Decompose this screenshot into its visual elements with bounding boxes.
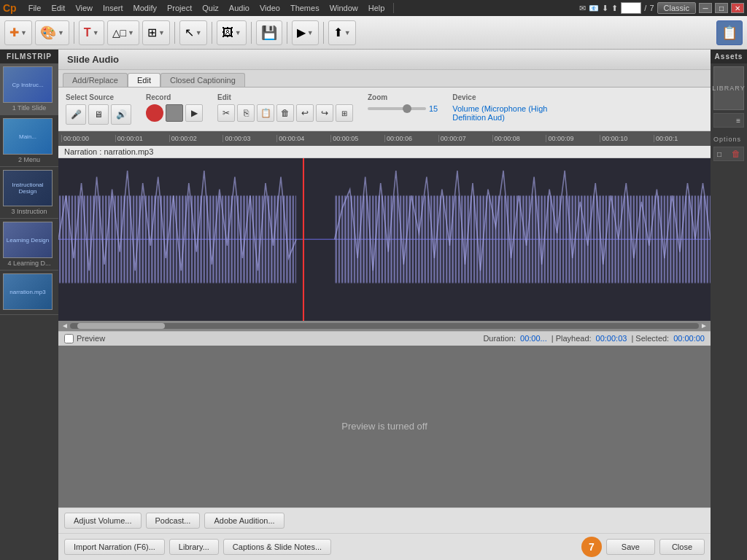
menu-quiz[interactable]: Quiz <box>198 2 223 14</box>
dialog-close-btn[interactable]: Close <box>659 539 705 555</box>
redo-btn[interactable]: ↪ <box>316 104 333 122</box>
options-item-1[interactable]: □ 🗑 <box>713 147 744 161</box>
tick-3: 00:00:03 <box>222 135 276 142</box>
menu-modify[interactable]: Modify <box>129 2 161 14</box>
zoom-track[interactable] <box>368 107 426 110</box>
dialog-save-btn[interactable]: Save <box>606 539 655 555</box>
menu-project[interactable]: Project <box>163 2 196 14</box>
preview-button[interactable]: ▶ ▼ <box>292 20 319 45</box>
page-current-input[interactable]: 1 <box>621 2 641 14</box>
win-close[interactable]: ✕ <box>731 3 744 13</box>
icon-down[interactable]: ⬇ <box>602 4 608 13</box>
scroll-track[interactable] <box>70 323 699 329</box>
tab-add-replace[interactable]: Add/Replace <box>63 73 128 87</box>
microphone-btn[interactable]: 🎤 <box>66 104 86 125</box>
dialog-title: Slide Audio <box>58 50 711 70</box>
image-button[interactable]: 🖼 ▼ <box>217 20 247 45</box>
tab-edit[interactable]: Edit <box>128 73 160 87</box>
slide-thumb-3[interactable]: Instructional Design 3 Instruction <box>0 167 58 219</box>
import-narration-btn[interactable]: Import Narration (F6)... <box>64 539 165 555</box>
theme-button[interactable]: 🎨 ▼ <box>35 20 69 45</box>
icon-messages[interactable]: ✉ <box>579 4 586 13</box>
record-label: Record <box>146 93 203 101</box>
record-btn[interactable] <box>146 104 163 122</box>
slide-label-4: 4 Learning D... <box>3 260 55 267</box>
classic-dropdown[interactable]: Classic <box>657 2 696 14</box>
menu-file[interactable]: File <box>24 2 46 14</box>
undo-btn[interactable]: ↩ <box>296 104 314 122</box>
preview-checkbox-label: Preview <box>64 334 105 343</box>
select-source-group: Select Source 🎤 🖥 🔊 <box>66 93 131 125</box>
menu-themes[interactable]: Themes <box>286 2 324 14</box>
menu-video[interactable]: Video <box>255 2 285 14</box>
scroll-left-btn[interactable]: ◄ <box>60 322 70 330</box>
new-button[interactable]: ✚ ▼ <box>4 20 32 45</box>
shapes-button[interactable]: △□ ▼ <box>107 20 139 45</box>
audio-edit-label: Edit <box>217 93 353 101</box>
slide-thumb-4[interactable]: Learning Design 4 Learning D... <box>0 219 58 271</box>
menu-edit[interactable]: Edit <box>47 2 69 14</box>
save-button[interactable]: 💾 <box>256 20 282 45</box>
preview-label: Preview <box>77 334 105 343</box>
scroll-right-btn[interactable]: ► <box>699 322 709 330</box>
timeline-ruler: 00:00:00 00:00:01 00:00:02 00:00:03 00:0… <box>58 131 711 146</box>
cut-btn[interactable]: ✂ <box>217 104 235 122</box>
slide-thumb-2[interactable]: Main... 2 Menu <box>0 115 58 167</box>
menu-insert[interactable]: Insert <box>98 2 128 14</box>
play-btn[interactable]: ▶ <box>185 104 203 122</box>
stop-btn[interactable] <box>166 104 183 122</box>
slide-image-1: Cp Instruc... <box>3 66 53 103</box>
bottom-row2-left: Import Narration (F6)... Library... Capt… <box>64 539 331 555</box>
toolbar: ✚ ▼ 🎨 ▼ T ▼ △□ ▼ ⊞ ▼ ↖ ▼ 🖼 ▼ 💾 ▶ ▼ ⬆ ▼ � <box>0 16 747 50</box>
playhead-value: 00:00:03 <box>596 334 627 343</box>
adobe-audition-btn[interactable]: Adobe Audition... <box>204 513 284 529</box>
screen-btn[interactable]: 🖥 <box>88 104 109 125</box>
copy-btn[interactable]: ⎘ <box>237 104 255 122</box>
menubar: Cp File Edit View Insert Modify Project … <box>0 0 747 16</box>
slide-thumb-5[interactable]: narration.mp3 <box>0 271 58 315</box>
playhead <box>303 158 304 321</box>
toolbar-sep-2 <box>174 22 175 44</box>
tick-9: 00:00:09 <box>546 135 600 142</box>
grid-button[interactable]: ⊞ ▼ <box>142 20 170 45</box>
filmstrip-slides: Cp Instruc... 1 Title Slide Main... 2 Me… <box>0 63 58 560</box>
waveform-container[interactable]: // Generate waveform bars <box>58 158 711 321</box>
win-maximize[interactable]: □ <box>715 3 728 13</box>
svg-rect-3 <box>335 158 711 321</box>
menu-audio[interactable]: Audio <box>225 2 254 14</box>
icon-up[interactable]: ⬆ <box>611 4 618 13</box>
dialog: Slide Audio Add/Replace Edit Closed Capt… <box>58 50 711 560</box>
library-btn[interactable]: Library... <box>169 539 219 555</box>
text-button[interactable]: T ▼ <box>79 20 104 45</box>
captions-btn[interactable]: Captions & Slide Notes... <box>223 539 331 555</box>
paste-btn[interactable]: 📋 <box>257 104 274 122</box>
publish-button[interactable]: ⬆ ▼ <box>328 20 356 45</box>
menu-help[interactable]: Help <box>364 2 390 14</box>
page-total: 7 <box>649 4 654 12</box>
slide-image-2: Main... <box>3 118 53 155</box>
menu-window[interactable]: Window <box>325 2 363 14</box>
zoom-slider: 15 <box>368 104 438 113</box>
speaker-btn[interactable]: 🔊 <box>111 104 131 125</box>
podcast-btn[interactable]: Podcast... <box>146 513 201 529</box>
slide-thumb-1[interactable]: Cp Instruc... 1 Title Slide <box>0 63 58 115</box>
library-item-1[interactable]: ≡ <box>713 113 744 128</box>
adjust-volume-btn[interactable]: Adjust Volume... <box>64 513 142 529</box>
delete-btn[interactable]: 🗑 <box>276 104 294 122</box>
bottom-buttons-row1: Adjust Volume... Podcast... Adobe Auditi… <box>58 508 711 533</box>
zoom-thumb[interactable] <box>403 104 411 113</box>
expand-btn[interactable]: ⊞ <box>336 104 353 122</box>
duration-label: Duration: <box>483 334 516 343</box>
win-minimize[interactable]: ─ <box>699 3 712 13</box>
tab-closed-captioning[interactable]: Closed Captioning <box>160 73 245 87</box>
main-layout: FILMSTRIP Cp Instruc... 1 Title Slide Ma… <box>0 50 747 560</box>
scroll-thumb[interactable] <box>77 323 165 329</box>
menu-separator <box>393 3 394 13</box>
icon-email[interactable]: 📧 <box>589 4 599 13</box>
delete-icon[interactable]: 🗑 <box>732 149 740 159</box>
select-source-controls: 🎤 🖥 🔊 <box>66 104 131 125</box>
pointer-button[interactable]: ↖ ▼ <box>179 20 207 45</box>
preview-checkbox[interactable] <box>64 334 74 343</box>
assets-button[interactable]: 📋 <box>716 20 743 45</box>
menu-view[interactable]: View <box>71 2 97 14</box>
